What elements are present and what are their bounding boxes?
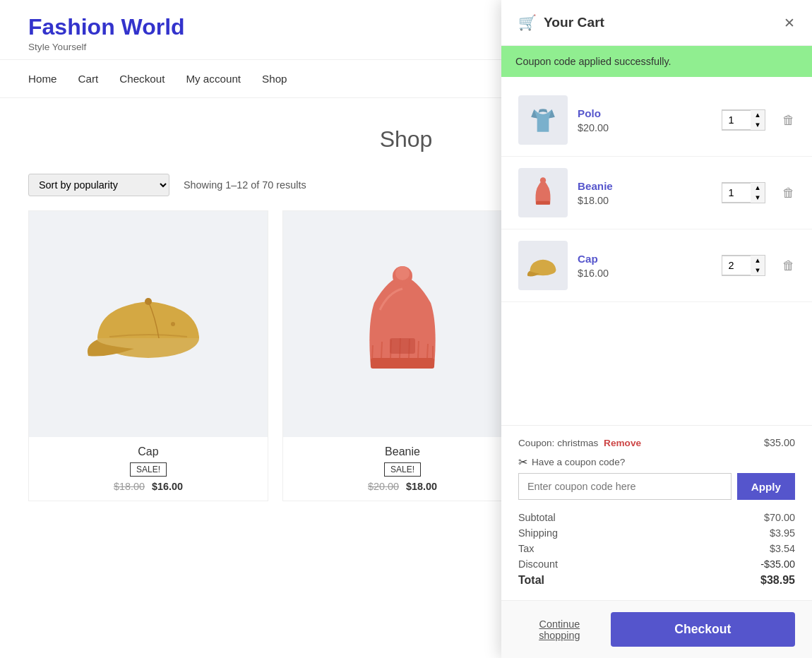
results-text: Showing 1–12 of 70 results	[184, 179, 306, 191]
delete-item-polo[interactable]: 🗑	[782, 113, 795, 128]
cart-item: Beanie $18.00 ▲ ▼ 🗑	[501, 157, 812, 229]
original-price: $20.00	[368, 481, 399, 492]
delete-item-beanie[interactable]: 🗑	[782, 186, 795, 201]
nav-home[interactable]: Home	[28, 73, 57, 85]
qty-buttons: ▲ ▼	[751, 256, 765, 275]
item-name: Beanie	[578, 180, 712, 192]
nav-checkout[interactable]: Checkout	[119, 73, 165, 85]
item-thumbnail-cap	[518, 241, 568, 290]
svg-point-5	[395, 266, 410, 280]
qty-down-cap[interactable]: ▼	[751, 265, 765, 275]
coupon-code-input[interactable]	[518, 473, 732, 500]
cart-items-list: Polo $20.00 ▲ ▼ 🗑 Bea	[501, 77, 812, 425]
qty-buttons: ▲ ▼	[751, 183, 765, 203]
item-info: Beanie $18.00	[578, 180, 712, 206]
coupon-label: Coupon: christmas Remove	[518, 438, 641, 448]
item-info: Polo $20.00	[578, 107, 712, 133]
sort-select[interactable]: Sort by popularity Sort by latest Sort b…	[28, 174, 169, 196]
qty-wrapper: ▲ ▼	[722, 182, 765, 203]
close-cart-button[interactable]: ✕	[784, 15, 795, 31]
nav-myaccount[interactable]: My account	[186, 73, 241, 85]
cart-totals: Subtotal $70.00 Shipping $3.95 Tax $3.54…	[518, 510, 795, 515]
svg-rect-3	[371, 358, 434, 369]
cart-item: Polo $20.00 ▲ ▼ 🗑	[501, 84, 812, 157]
coupon-remove-btn[interactable]: Remove	[604, 438, 641, 448]
cart-title: 🛒 Your Cart	[518, 14, 604, 31]
item-thumbnail-polo	[518, 95, 568, 145]
product-image-cap	[29, 211, 268, 437]
cart-footer: Coupon: christmas Remove $35.00 ✂ Have a…	[501, 425, 812, 515]
qty-buttons: ▲ ▼	[751, 110, 765, 130]
sale-price: $16.00	[152, 481, 183, 492]
product-card[interactable]: Cap SALE! $18.00 $16.00	[28, 210, 268, 501]
item-price: $20.00	[578, 122, 712, 133]
item-price: $18.00	[578, 195, 712, 206]
item-name: Polo	[578, 107, 712, 119]
product-prices: $18.00 $16.00	[29, 481, 268, 492]
product-prices: $20.00 $18.00	[283, 481, 522, 492]
cart-icon: 🛒	[518, 14, 537, 31]
coupon-amount: $35.00	[764, 437, 795, 448]
product-card[interactable]: Beanie SALE! $20.00 $18.00	[282, 210, 523, 501]
sale-badge: SALE!	[130, 462, 167, 477]
qty-up-polo[interactable]: ▲	[751, 110, 765, 120]
sale-price: $18.00	[406, 481, 437, 492]
item-info: Cap $16.00	[578, 253, 712, 279]
qty-up-cap[interactable]: ▲	[751, 256, 765, 265]
svg-point-8	[540, 177, 546, 183]
item-price: $16.00	[578, 268, 712, 279]
cart-item: Cap $16.00 ▲ ▼ 🗑	[501, 229, 812, 302]
nav-cart[interactable]: Cart	[78, 73, 99, 85]
qty-wrapper: ▲ ▼	[722, 109, 765, 131]
qty-wrapper: ▲ ▼	[722, 255, 765, 276]
qty-up-beanie[interactable]: ▲	[751, 183, 765, 193]
products-grid: Cap SALE! $18.00 $16.00	[28, 210, 523, 501]
subtotal-label: Subtotal	[518, 512, 556, 515]
product-name: Beanie	[283, 445, 522, 458]
coupon-success-banner: Coupon code applied successfully.	[501, 46, 812, 77]
apply-coupon-button[interactable]: Apply	[737, 473, 795, 500]
coupon-applied-row: Coupon: christmas Remove $35.00	[518, 437, 795, 448]
product-image-beanie	[283, 211, 522, 437]
svg-rect-6	[390, 338, 415, 354]
qty-input-polo[interactable]	[722, 110, 751, 130]
cart-header: 🛒 Your Cart ✕	[501, 0, 812, 46]
original-price: $18.00	[114, 481, 145, 492]
have-coupon-row: ✂ Have a coupon code?	[518, 455, 795, 469]
qty-input-cap[interactable]	[722, 256, 751, 275]
svg-point-2	[171, 322, 175, 326]
cart-panel: 🛒 Your Cart ✕ Coupon code applied succes…	[501, 0, 812, 515]
coupon-input-row: Apply	[518, 473, 795, 500]
item-thumbnail-beanie	[518, 168, 568, 217]
sale-badge: SALE!	[384, 462, 421, 477]
qty-input-beanie[interactable]	[722, 183, 751, 203]
nav-shop[interactable]: Shop	[262, 73, 287, 85]
delete-item-cap[interactable]: 🗑	[782, 258, 795, 273]
coupon-scissors-icon: ✂	[518, 455, 527, 469]
subtotal-row: Subtotal $70.00	[518, 510, 795, 515]
qty-down-polo[interactable]: ▼	[751, 120, 765, 130]
have-coupon-text: Have a coupon code?	[532, 457, 625, 467]
item-name: Cap	[578, 253, 712, 265]
subtotal-value: $70.00	[764, 512, 795, 515]
svg-rect-7	[536, 201, 550, 205]
product-name: Cap	[29, 445, 268, 458]
qty-down-beanie[interactable]: ▼	[751, 193, 765, 203]
